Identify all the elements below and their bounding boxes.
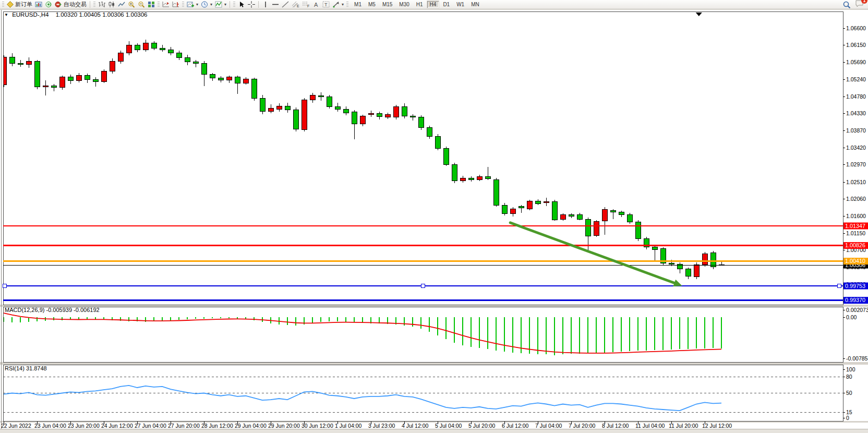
new-order-button[interactable]: 新订单 — [6, 1, 33, 9]
fibonacci-icon: F — [302, 1, 310, 8]
auto-trading-button[interactable]: 自动交易 — [54, 1, 88, 9]
candlestick-icon — [108, 1, 115, 8]
indicators-button[interactable]: ▾ — [214, 1, 227, 9]
candlestick-chart-type-button[interactable] — [107, 1, 116, 9]
fibonacci-tool-button[interactable]: F — [301, 1, 311, 9]
shapes-arrow-icon — [332, 1, 340, 8]
tile-windows-button[interactable] — [147, 1, 156, 9]
new-chart-button[interactable]: ▾ — [186, 1, 199, 9]
indicators-icon — [215, 1, 222, 8]
crosshair-tool-button[interactable] — [247, 1, 256, 9]
chart-symbol-period: EURUSD-,H4 — [12, 11, 49, 18]
timeframe-MN[interactable]: MN — [468, 1, 483, 8]
price-axis-area[interactable] — [843, 11, 868, 423]
toolbar-separator — [90, 1, 90, 8]
auto-trading-icon — [55, 1, 62, 8]
timeframe-M1[interactable]: M1 — [351, 1, 365, 8]
vertical-line-icon — [263, 1, 268, 8]
toolbar-grip[interactable] — [182, 2, 184, 8]
vertical-line-tool-button[interactable] — [261, 1, 270, 9]
toolbar-grip[interactable] — [93, 2, 95, 8]
timeframe-H1[interactable]: H1 — [413, 1, 426, 8]
signals-button[interactable] — [44, 1, 53, 9]
toolbar-separator — [258, 1, 259, 8]
search-icon — [843, 1, 851, 8]
equidistant-channel-tool-button[interactable]: E — [291, 1, 300, 9]
zoom-out-button[interactable] — [137, 1, 146, 9]
text-icon: A — [313, 1, 319, 8]
zoom-out-icon — [138, 1, 145, 8]
ohlc-bars-icon — [98, 1, 105, 8]
toolbar-grip[interactable] — [158, 2, 160, 8]
text-glyph: A — [314, 2, 318, 8]
line-chart-icon — [118, 1, 125, 8]
fibonacci-glyph: F — [307, 4, 309, 8]
rsi-indicator-label: RSI(14) 31.8748 — [5, 365, 47, 371]
time-axis-area[interactable] — [0, 422, 840, 429]
toolbar: 新订单 自动交易 ▾ ▾ ▾ — [0, 0, 868, 9]
auto-trading-label: 自动交易 — [64, 1, 87, 8]
chart-window-icon — [35, 1, 42, 8]
timeframe-M30[interactable]: M30 — [396, 1, 412, 8]
horizontal-line-tool-button[interactable] — [271, 1, 280, 9]
trendline-icon — [282, 1, 289, 8]
timeframe-W1[interactable]: W1 — [453, 1, 467, 8]
search-button[interactable] — [842, 1, 852, 9]
channel-icon: E — [292, 1, 299, 8]
dropdown-caret-icon: ▾ — [224, 2, 226, 7]
chart-ohlc-values: 1.00320 1.00405 1.00306 1.00306 — [56, 11, 148, 18]
new-chart-icon — [187, 1, 194, 8]
label-glyph: T — [324, 2, 328, 7]
tile-windows-icon — [148, 1, 155, 8]
main-chart-area[interactable] — [3, 11, 843, 305]
cursor-tool-button[interactable] — [237, 1, 246, 9]
toolbar-grip[interactable] — [346, 2, 348, 8]
chart-canvas: 1.066001.061501.056901.052401.047801.043… — [0, 0, 868, 433]
cursor-icon — [238, 1, 245, 8]
horizontal-line-icon — [272, 1, 279, 8]
dropdown-caret-icon: ▾ — [210, 2, 212, 7]
macd-indicator-label: MACD(12,26,9) -0.005939 -0.006192 — [5, 307, 100, 313]
chart-shift-button[interactable] — [171, 1, 180, 9]
channel-glyph: E — [297, 4, 299, 8]
text-tool-button[interactable]: A — [311, 1, 321, 9]
dropdown-caret-icon: ▾ — [196, 2, 198, 7]
trendline-tool-button[interactable] — [281, 1, 290, 9]
chart-title: ▼ EURUSD-,H4 1.00320 1.00405 1.00306 1.0… — [4, 11, 148, 18]
signal-sound-icon — [45, 1, 52, 8]
new-order-icon — [7, 1, 14, 8]
crosshair-icon — [248, 1, 255, 8]
timeframe-D1[interactable]: D1 — [440, 1, 453, 8]
macd-panel-area[interactable] — [3, 307, 843, 362]
dropdown-caret-icon: ▾ — [342, 2, 344, 7]
toolbar-grip[interactable] — [233, 2, 235, 8]
shapes-tool-button[interactable]: ▾ — [331, 1, 345, 9]
market-watch-button[interactable] — [34, 1, 43, 9]
period-selector-button[interactable]: ▾ — [200, 1, 213, 9]
bar-chart-type-button[interactable] — [97, 1, 106, 9]
zoom-in-icon — [128, 1, 135, 8]
toolbar-grip[interactable] — [2, 2, 4, 8]
auto-scroll-icon — [162, 1, 170, 8]
rsi-panel-area[interactable] — [3, 365, 843, 421]
timeframe-strip: M1M5M15M30H1H4D1W1MN — [351, 1, 483, 8]
timeframe-M5[interactable]: M5 — [365, 1, 379, 8]
clock-icon — [201, 1, 208, 8]
text-label-icon: T — [322, 1, 330, 8]
notification-badge: 1 — [861, 0, 867, 4]
chart-shift-icon — [172, 1, 179, 8]
zoom-in-button[interactable] — [127, 1, 136, 9]
line-chart-type-button[interactable] — [117, 1, 126, 9]
timeframe-H4[interactable]: H4 — [427, 1, 440, 8]
notifications-button[interactable]: 1 — [855, 0, 864, 9]
toolbar-separator — [230, 1, 230, 8]
text-label-tool-button[interactable]: T — [321, 1, 331, 9]
auto-scroll-button[interactable] — [161, 1, 171, 9]
collapse-caret-icon[interactable]: ▼ — [4, 13, 8, 17]
timeframe-M15[interactable]: M15 — [379, 1, 395, 8]
new-order-label: 新订单 — [15, 1, 32, 8]
